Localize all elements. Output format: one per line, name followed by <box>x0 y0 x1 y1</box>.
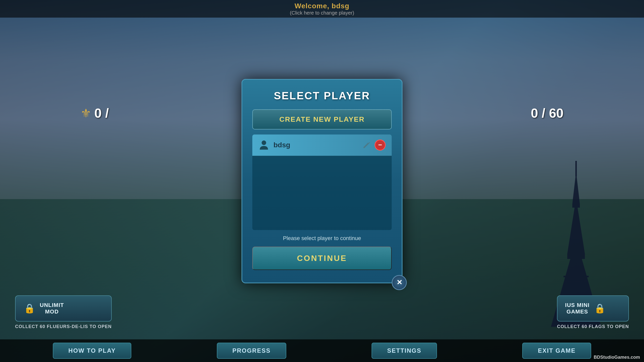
select-hint-text: Please select player to continue <box>252 235 392 242</box>
continue-button[interactable]: CONTINUE <box>252 247 392 270</box>
create-new-player-button[interactable]: CREATE NEW PLAYER <box>252 109 392 129</box>
player-name-text: bdsg <box>273 141 363 149</box>
modal-title: SELECT PLAYER <box>252 90 392 102</box>
modal-close-button[interactable]: ✕ <box>392 275 407 290</box>
close-x-icon: ✕ <box>396 278 402 287</box>
player-item[interactable]: bdsg − <box>252 134 392 156</box>
branding-text: BDStudioGames.com <box>594 355 640 360</box>
player-avatar-icon <box>258 140 269 151</box>
select-player-modal: SELECT PLAYER CREATE NEW PLAYER bdsg <box>242 79 403 283</box>
player-list: bdsg − <box>252 134 392 230</box>
player-edit-button[interactable] <box>363 141 371 149</box>
minus-icon: − <box>378 141 382 149</box>
modal-overlay: SELECT PLAYER CREATE NEW PLAYER bdsg <box>0 0 644 362</box>
svg-point-8 <box>262 140 266 145</box>
player-delete-button[interactable]: − <box>375 140 386 151</box>
